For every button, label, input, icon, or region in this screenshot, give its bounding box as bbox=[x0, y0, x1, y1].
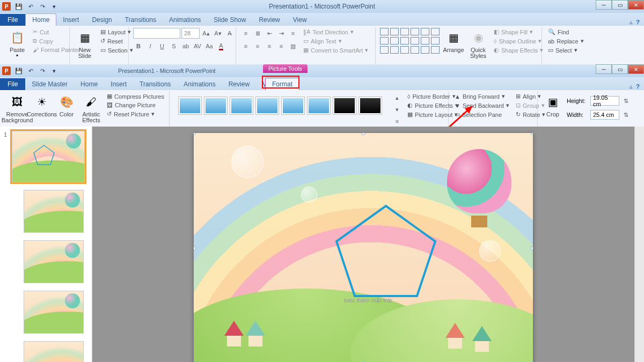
convert-smartart-button[interactable]: ▦ Convert to SmartArt ▾ bbox=[302, 46, 370, 54]
align-center-button[interactable]: ≡ bbox=[252, 41, 263, 51]
grow-font-icon[interactable]: A▴ bbox=[201, 28, 211, 39]
italic-button[interactable]: I bbox=[145, 41, 156, 51]
tab-animations[interactable]: Animations bbox=[163, 14, 207, 26]
indent-button[interactable]: ⇥ bbox=[276, 28, 287, 39]
tab-slideshow[interactable]: Slide Show bbox=[207, 14, 252, 26]
text-direction-button[interactable]: ‖A Text Direction ▾ bbox=[302, 28, 370, 36]
maximize-button[interactable]: ▭ bbox=[612, 0, 628, 10]
tab-transitions[interactable]: Transitions bbox=[133, 78, 177, 90]
gallery-up-icon[interactable]: ▴ bbox=[392, 92, 402, 103]
corrections-button[interactable]: ☀Corrections bbox=[31, 92, 53, 119]
height-stepper[interactable]: ⇅ bbox=[620, 95, 631, 106]
tab-design[interactable]: Design bbox=[85, 14, 118, 26]
compress-pictures-button[interactable]: ▦ Compress Pictures bbox=[105, 92, 166, 100]
slide-thumb-layout-4[interactable] bbox=[24, 341, 84, 362]
help-icon[interactable]: ? bbox=[636, 83, 640, 90]
close-button[interactable]: ✕ bbox=[628, 64, 644, 74]
help-icon[interactable]: ? bbox=[636, 19, 640, 26]
replace-button[interactable]: ab Replace ▾ bbox=[546, 37, 586, 45]
clear-format-icon[interactable]: A̶ bbox=[224, 28, 235, 39]
vertical-scrollbar[interactable] bbox=[634, 127, 644, 362]
bring-forward-button[interactable]: ▲ Bring Forward ▾ bbox=[453, 92, 511, 100]
tab-home[interactable]: Home bbox=[25, 13, 56, 26]
slide-thumb-layout-3[interactable] bbox=[24, 291, 84, 334]
ribbon-minimize-icon[interactable]: ▵ bbox=[630, 19, 633, 26]
height-input[interactable]: 19.05 cm bbox=[590, 96, 619, 106]
tab-file[interactable]: File bbox=[0, 78, 25, 90]
tab-insert[interactable]: Insert bbox=[104, 78, 133, 90]
qat-more-icon[interactable]: ▾ bbox=[49, 2, 59, 11]
qat-more-icon[interactable]: ▾ bbox=[49, 66, 59, 76]
redo-icon[interactable]: ↷ bbox=[38, 66, 47, 76]
reset-picture-button[interactable]: ↺ Reset Picture ▾ bbox=[105, 110, 166, 118]
save-icon[interactable]: 💾 bbox=[14, 2, 24, 11]
find-button[interactable]: 🔍 Find bbox=[546, 28, 586, 36]
new-slide-button[interactable]: ▦New Slide bbox=[74, 28, 96, 60]
arrange-button[interactable]: ▦Arrange bbox=[443, 28, 464, 54]
shadow-button[interactable]: ab bbox=[180, 41, 191, 51]
color-button[interactable]: 🎨Color bbox=[56, 92, 77, 119]
width-input[interactable]: 25.4 cm bbox=[590, 110, 619, 120]
justify-button[interactable]: ≡ bbox=[276, 41, 287, 51]
font-family-combo[interactable] bbox=[133, 28, 180, 39]
align-text-button[interactable]: ▭ Align Text ▾ bbox=[302, 37, 370, 45]
undo-icon[interactable]: ↶ bbox=[26, 2, 35, 11]
align-left-button[interactable]: ≡ bbox=[240, 41, 251, 51]
send-backward-button[interactable]: ▼ Send Backward ▾ bbox=[453, 101, 511, 109]
shrink-font-icon[interactable]: A▾ bbox=[213, 28, 223, 39]
selection-pane-button[interactable]: ▭ Selection Pane bbox=[453, 110, 511, 119]
tab-format[interactable]: Format bbox=[265, 78, 299, 90]
bold-button[interactable]: B bbox=[133, 41, 144, 51]
minimize-button[interactable]: ─ bbox=[596, 64, 612, 74]
tab-home[interactable]: Home bbox=[74, 78, 104, 90]
shape-fill-button[interactable]: ◧ Shape Fill ▾ bbox=[492, 28, 545, 36]
underline-button[interactable]: U bbox=[157, 41, 167, 51]
remove-background-button[interactable]: 🖼Remove Background bbox=[6, 92, 28, 124]
gallery-down-icon[interactable]: ▾ bbox=[392, 104, 402, 115]
slide-thumbnail-pane[interactable] bbox=[0, 127, 92, 362]
maximize-button[interactable]: ▭ bbox=[612, 64, 628, 74]
crop-button[interactable]: ▣Crop bbox=[542, 92, 564, 119]
outdent-button[interactable]: ⇤ bbox=[264, 28, 275, 39]
shape-effects-button[interactable]: ◐ Shape Effects ▾ bbox=[492, 46, 545, 54]
tab-insert[interactable]: Insert bbox=[56, 14, 85, 26]
close-button[interactable]: ✕ bbox=[628, 0, 644, 10]
tab-animations[interactable]: Animations bbox=[177, 78, 222, 90]
spacing-button[interactable]: AV bbox=[192, 41, 203, 51]
slide-thumb-1[interactable] bbox=[12, 131, 85, 182]
bullets-button[interactable]: ≡ bbox=[240, 28, 251, 39]
tab-file[interactable]: File bbox=[0, 14, 25, 26]
tab-view[interactable]: View bbox=[287, 14, 313, 26]
gallery-more-icon[interactable]: ≡ bbox=[392, 116, 402, 127]
case-button[interactable]: Aa bbox=[204, 41, 215, 51]
tab-review[interactable]: Review bbox=[222, 78, 256, 90]
shape-gallery[interactable] bbox=[380, 28, 440, 54]
undo-icon[interactable]: ↶ bbox=[26, 66, 35, 76]
slide-canvas[interactable]: tvex thêm mặt trời bbox=[92, 127, 634, 362]
redo-icon[interactable]: ↷ bbox=[38, 2, 47, 11]
save-icon[interactable]: 💾 bbox=[14, 66, 24, 76]
minimize-button[interactable]: ─ bbox=[596, 0, 612, 10]
artistic-effects-button[interactable]: 🖌Artistic Effects bbox=[80, 92, 102, 124]
width-stepper[interactable]: ⇅ bbox=[620, 109, 631, 120]
change-picture-button[interactable]: 🖼 Change Picture bbox=[105, 101, 166, 109]
slide-main[interactable]: tvex thêm mặt trời bbox=[194, 133, 533, 362]
tab-slide-master[interactable]: Slide Master bbox=[25, 78, 74, 90]
font-color-button[interactable]: A bbox=[216, 41, 226, 51]
paste-button[interactable]: 📋Paste▾ bbox=[6, 28, 28, 59]
shape-outline-button[interactable]: ◊ Shape Outline ▾ bbox=[492, 37, 545, 45]
strike-button[interactable]: S bbox=[169, 41, 179, 51]
select-button[interactable]: ▭ Select ▾ bbox=[546, 46, 586, 54]
columns-button[interactable]: ▥ bbox=[288, 41, 298, 51]
picture-styles-gallery[interactable] bbox=[174, 92, 386, 119]
quick-styles-button[interactable]: ◉Quick Styles bbox=[467, 28, 489, 60]
slide-thumb-layout-1[interactable] bbox=[24, 190, 84, 233]
font-size-combo[interactable]: 28 bbox=[181, 28, 200, 39]
numbering-button[interactable]: ≣ bbox=[252, 28, 263, 39]
tab-transitions[interactable]: Transitions bbox=[119, 14, 163, 26]
linespace-button[interactable]: ≡ bbox=[288, 28, 298, 39]
slide-thumb-layout-2[interactable] bbox=[24, 240, 84, 283]
tab-review[interactable]: Review bbox=[252, 14, 286, 26]
ribbon-minimize-icon[interactable]: ▵ bbox=[630, 83, 633, 90]
align-right-button[interactable]: ≡ bbox=[264, 41, 275, 51]
